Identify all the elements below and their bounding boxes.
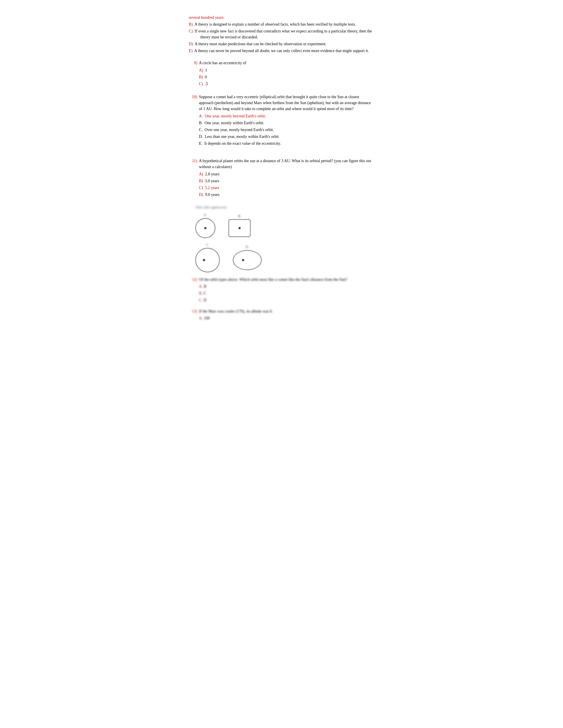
orbit-dot-4 — [242, 259, 244, 261]
orbit-ellipse-1 — [233, 250, 261, 270]
q11-answer-d: D) 9.0 years — [199, 192, 374, 198]
orbit-diagram-1: A. — [195, 213, 215, 238]
q10-answer-e: E. It depends on the exact value of the … — [199, 141, 374, 146]
orbit-diagram-section: Title with caption text A. B. C. — [195, 205, 374, 272]
blurred-answer-2: B. C — [199, 290, 347, 296]
q9-answer-c: C) .5 — [199, 81, 374, 87]
blurred-question-mars: 13) If the Mars was cooler (170), its al… — [189, 308, 374, 322]
blurred-q2-answer-a: A. 100 — [199, 315, 273, 321]
question-9: 9) A circle has an eccentricity of A) 1 … — [189, 60, 374, 88]
blurred-q-answers: A. B B. C C. D — [199, 283, 347, 303]
orbit-dot-3 — [203, 259, 205, 261]
q11-answer-a: A) 2.8 years — [199, 171, 374, 177]
q11-answers: A) 2.8 years B) 3.0 years C) 5.2 years D… — [199, 171, 374, 198]
q11-answer-b: B) 3.0 years — [199, 178, 374, 184]
blurred-q2-text: If the Mars was cooler (170), its albedo… — [199, 308, 273, 322]
q9-answer-b: B) 0 — [199, 74, 374, 80]
orbit-rect-1 — [228, 219, 250, 237]
q10-answer-b: B. One year, mostly within Earth's orbit… — [199, 120, 374, 126]
prev-question-tail: several hundred years. B) A theory is de… — [189, 15, 374, 54]
q10-answer-a: A. One year, mostly beyond Earth's orbit… — [199, 113, 374, 119]
prev-answer-intro: several hundred years. — [189, 15, 374, 21]
blurred-q2-number: 13) — [189, 308, 197, 322]
orbit-diagram-3: C. — [195, 242, 220, 272]
blurred-question-orbit: 12) Of the orbit types above. Which orbi… — [189, 277, 374, 304]
orbit-circle-1 — [195, 218, 215, 238]
blurred-q-number: 12) — [189, 277, 197, 304]
q10-answers: A. One year, mostly beyond Earth's orbit… — [199, 113, 374, 146]
blurred-q-text: Of the orbit types above. Which orbit mo… — [199, 277, 347, 304]
q9-body: A circle has an eccentricity of A) 1 B) … — [199, 60, 374, 88]
q10-answer-d: D. Less than one year, mostly within Ear… — [199, 134, 374, 140]
orbit-diagram-4: D. — [233, 245, 261, 270]
orbit-diagram-2: B. — [228, 214, 250, 237]
q11-answer-c: C) 5.2 years — [199, 185, 374, 191]
orbit-dot-2 — [238, 227, 241, 229]
q9-text: A circle has an eccentricity of — [199, 61, 246, 65]
q9-answers: A) 1 B) 0 C) .5 — [199, 67, 374, 87]
orbit-dot-1 — [204, 227, 206, 229]
q10-number: 10) — [189, 94, 197, 100]
question-11: 11) A hypothetical planet orbits the sun… — [189, 158, 374, 199]
orbit-row-bottom: C. D. — [195, 242, 374, 272]
prev-answer-e: E) A theory can never be proved beyond a… — [189, 48, 374, 54]
q11-number: 11) — [189, 158, 197, 164]
q10-text: Suppose a comet had a very eccentric (el… — [199, 95, 371, 111]
q10-answer-c: C. Over one year, mostly beyond Earth's … — [199, 127, 374, 133]
q10-body: Suppose a comet had a very eccentric (el… — [199, 94, 374, 147]
blurred-q2-answers: A. 100 — [199, 315, 273, 321]
question-10: 10) Suppose a comet had a very eccentric… — [189, 94, 374, 147]
blurred-answer-1: A. B — [199, 283, 347, 289]
prev-answer-c: C) If even a single new fact is discover… — [189, 28, 374, 40]
q9-number: 9) — [189, 60, 197, 66]
orbit-caption: Title with caption text — [195, 205, 374, 210]
q11-body: A hypothetical planet orbits the sun at … — [199, 158, 374, 199]
q11-text: A hypothetical planet orbits the sun at … — [199, 159, 371, 169]
orbit-row-top: A. B. — [195, 213, 374, 238]
q9-answer-a: A) 1 — [199, 67, 374, 73]
prev-answer-b: B) A theory is designed to explain a num… — [189, 21, 374, 27]
prev-answer-d: D) A theory must make predictions that c… — [189, 41, 374, 47]
blurred-answer-3: C. D — [199, 297, 347, 303]
orbit-circle-3 — [195, 248, 220, 272]
